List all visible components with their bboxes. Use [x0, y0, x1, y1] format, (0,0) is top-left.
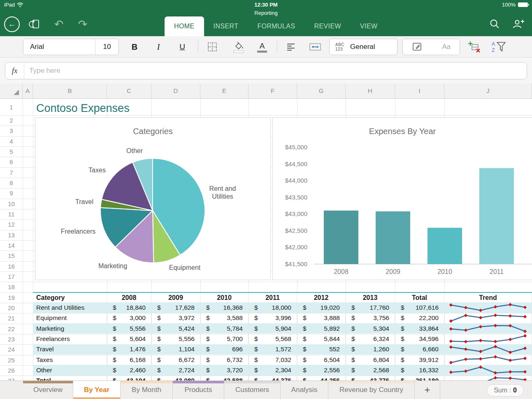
table-cell[interactable]: $1,476 [107, 344, 151, 355]
column-header-c[interactable]: C [107, 84, 151, 98]
table-cell[interactable]: $1,260 [346, 344, 395, 355]
table-cell[interactable]: $5,424 [151, 323, 200, 334]
table-cell[interactable]: $5,568 [249, 334, 297, 344]
cell-category[interactable]: Travel [33, 344, 107, 355]
cell-styles-button[interactable]: Aa [402, 39, 460, 55]
column-header-f[interactable]: F [249, 84, 297, 98]
trend-sparkline-cell[interactable] [444, 376, 532, 380]
trend-sparkline-cell[interactable] [444, 313, 532, 323]
table-cell[interactable]: $6,324 [346, 334, 395, 344]
bar-2011[interactable] [479, 168, 514, 264]
table-cell[interactable]: $17,628 [151, 302, 200, 313]
table-cell[interactable]: $5,700 [200, 334, 249, 344]
table-cell[interactable]: $17,760 [346, 302, 395, 313]
share-people-button[interactable] [510, 16, 527, 33]
sheet-tab-by-year[interactable]: By Year [73, 381, 121, 399]
column-header-b[interactable]: B [33, 84, 107, 98]
table-header-2010[interactable]: 2010 [200, 293, 249, 302]
table-cell[interactable]: $5,556 [151, 334, 200, 344]
bar-2008[interactable] [324, 211, 358, 264]
back-button[interactable]: ← [4, 16, 20, 32]
table-cell[interactable]: $552 [297, 344, 346, 355]
row-header-17[interactable]: 17 [0, 271, 23, 282]
table-cell[interactable]: $107,616 [395, 302, 444, 313]
sheet-tab-overview[interactable]: Overview [23, 381, 73, 399]
italic-button[interactable]: I [149, 39, 167, 55]
trend-sparkline-cell[interactable] [444, 323, 532, 334]
table-cell[interactable]: $3,000 [107, 313, 151, 323]
sort-filter-button[interactable]: A Z [489, 39, 510, 55]
table-cell[interactable]: $6,168 [107, 355, 151, 365]
row-header-20[interactable]: 20 [0, 303, 23, 313]
row-header-12[interactable]: 12 [0, 219, 23, 230]
table-cell[interactable]: $42,588 [200, 376, 249, 380]
bar-2010[interactable] [427, 228, 462, 264]
row-header-13[interactable]: 13 [0, 230, 23, 240]
table-cell[interactable]: $5,304 [346, 323, 395, 334]
column-header-e[interactable]: E [200, 84, 249, 98]
table-cell[interactable]: $7,032 [249, 355, 297, 365]
sheet-tab-customers[interactable]: Customers [224, 381, 281, 399]
row-header-6[interactable]: 6 [0, 157, 23, 167]
row-header-16[interactable]: 16 [0, 261, 23, 271]
row-header-9[interactable]: 9 [0, 188, 23, 198]
cell-category[interactable]: Rent and Utilities [33, 302, 107, 313]
row-header-10[interactable]: 10 [0, 199, 23, 209]
row-header-8[interactable]: 8 [0, 178, 23, 188]
table-cell[interactable]: $6,804 [346, 355, 395, 365]
sheet-tab-revenue-by-country[interactable]: Revenue by Country [328, 381, 415, 399]
bar-2009[interactable] [376, 211, 410, 264]
row-header-7[interactable]: 7 [0, 167, 23, 178]
table-cell[interactable]: $3,720 [200, 365, 249, 375]
table-cell[interactable]: $3,588 [200, 313, 249, 323]
table-cell[interactable]: $6,660 [395, 344, 444, 355]
table-cell[interactable]: $3,996 [249, 313, 297, 323]
font-size-value[interactable]: 10 [95, 39, 118, 55]
borders-button[interactable] [203, 39, 221, 55]
expense-table[interactable]: Category200820092010201120122013TotalTre… [33, 292, 532, 380]
insert-delete-cells-button[interactable] [465, 39, 483, 55]
cell-category[interactable]: Total [33, 376, 107, 380]
table-cell[interactable]: $22,200 [395, 313, 444, 323]
trend-sparkline-cell[interactable] [444, 344, 532, 355]
ribbon-tab-home[interactable]: HOME [165, 16, 204, 36]
table-header-2013[interactable]: 2013 [346, 293, 395, 302]
table-cell[interactable]: $19,020 [297, 302, 346, 313]
ribbon-tab-view[interactable]: VIEW [351, 16, 387, 36]
redo-button[interactable]: ↷ [74, 16, 91, 33]
sheet-tab-by-month[interactable]: By Month [121, 381, 173, 399]
sum-indicator[interactable]: Sum : 0 [487, 384, 524, 397]
formula-input[interactable]: fx Type here [5, 62, 527, 79]
row-header-19[interactable]: 19 [0, 292, 23, 303]
row-header-15[interactable]: 15 [0, 251, 23, 261]
table-header-category[interactable]: Category [33, 293, 107, 302]
alignment-button[interactable] [282, 39, 300, 55]
table-cell[interactable]: $34,596 [395, 334, 444, 344]
table-cell[interactable]: $43,104 [107, 376, 151, 380]
add-sheet-button[interactable]: + [415, 381, 440, 399]
row-header-18[interactable]: 18 [0, 282, 23, 292]
column-header-a[interactable]: A [23, 84, 33, 98]
table-cell[interactable]: $6,504 [297, 355, 346, 365]
table-cell[interactable]: $33,864 [395, 323, 444, 334]
table-cell[interactable]: $696 [200, 344, 249, 355]
sheet-tab-products[interactable]: Products [173, 381, 224, 399]
table-cell[interactable]: $2,304 [249, 365, 297, 375]
table-cell[interactable]: $16,332 [395, 365, 444, 375]
trend-sparkline-cell[interactable] [444, 365, 532, 375]
pie-chart-panel[interactable]: Categories Rent and UtilitiesEquipmentMa… [35, 117, 271, 280]
underline-button[interactable]: U [173, 39, 191, 55]
cell-b1-title[interactable]: Contoso Expenses [36, 101, 130, 116]
number-format-selector[interactable]: ABC 123 General [329, 39, 397, 55]
table-cell[interactable]: $3,756 [346, 313, 395, 323]
table-cell[interactable]: $44,376 [249, 376, 297, 380]
cell-category[interactable]: Taxes [33, 355, 107, 365]
column-header-j[interactable]: J [444, 84, 532, 98]
row-header-14[interactable]: 14 [0, 240, 23, 251]
row-header-2[interactable]: 2 [0, 115, 23, 125]
ribbon-tab-formulas[interactable]: FORMULAS [248, 16, 304, 36]
table-cell[interactable]: $39,912 [395, 355, 444, 365]
table-header-2011[interactable]: 2011 [249, 293, 297, 302]
table-cell[interactable]: $2,460 [107, 365, 151, 375]
row-header-22[interactable]: 22 [0, 324, 23, 334]
